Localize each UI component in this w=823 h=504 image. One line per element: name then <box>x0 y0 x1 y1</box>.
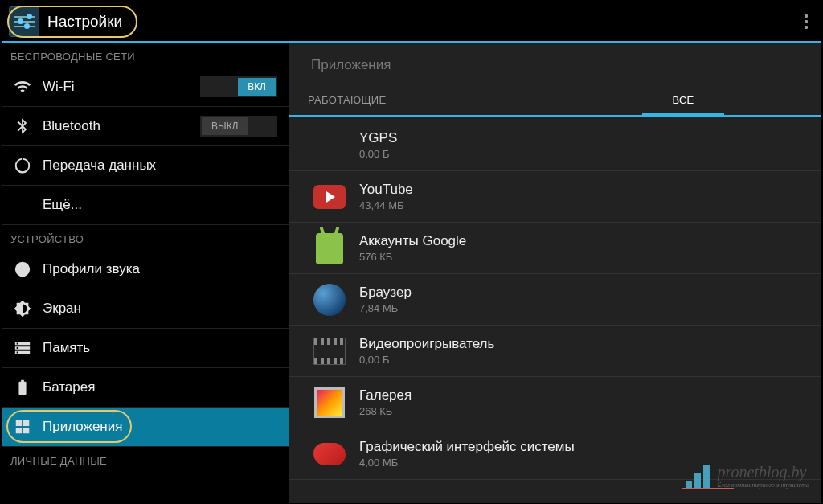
sidebar-item-more[interactable]: Ещё... <box>2 186 289 225</box>
sidebar-item-wifi[interactable]: Wi-FiВКЛ <box>2 68 289 107</box>
app-name: Аккаунты Google <box>359 233 466 249</box>
toggle-label: ВКЛ <box>238 78 276 96</box>
action-bar: Настройки <box>2 2 821 43</box>
settings-icon[interactable] <box>9 6 39 37</box>
tab-работающие[interactable]: РАБОТАЮЩИЕ <box>289 84 546 115</box>
sidebar-category: ЛИЧНЫЕ ДАННЫЕ <box>2 447 289 472</box>
main-title: Приложения <box>289 43 821 84</box>
sidebar-item-bluetooth[interactable]: BluetoothВЫКЛ <box>2 107 289 146</box>
sidebar-item-label: Профили звука <box>43 261 277 277</box>
sidebar-item-display[interactable]: Экран <box>2 289 289 329</box>
page-title: Настройки <box>47 13 122 31</box>
app-icon-yt <box>313 180 346 214</box>
bluetooth-icon <box>14 117 31 135</box>
main-panel: Приложения РАБОТАЮЩИЕВСЕ YGPS0,00 БYouTu… <box>289 43 821 503</box>
app-icon-google <box>313 232 346 265</box>
app-size: 576 КБ <box>359 251 466 263</box>
app-size: 0,00 Б <box>359 354 494 366</box>
app-icon-video <box>313 334 346 368</box>
sidebar-item-label: Bluetooth <box>43 118 200 134</box>
app-icon-ygps <box>313 129 346 162</box>
app-name: Галерея <box>359 387 412 404</box>
battery-icon <box>14 379 31 396</box>
app-item[interactable]: Видеопроигрыватель0,00 Б <box>289 326 821 377</box>
app-item[interactable]: YGPS0,00 Б <box>289 120 821 171</box>
app-name: YouTube <box>359 182 413 198</box>
sidebar-item-audio[interactable]: Профили звука <box>2 250 289 289</box>
app-name: Графический интерфейс системы <box>359 439 575 455</box>
sidebar-item-label: Батарея <box>43 379 277 395</box>
storage-icon <box>14 339 31 357</box>
sidebar-item-label: Передача данных <box>43 158 277 174</box>
app-item[interactable]: Аккаунты Google576 КБ <box>289 223 821 274</box>
app-item[interactable]: YouTube43,44 МБ <box>289 171 821 223</box>
toggle-label: ВЫКЛ <box>202 117 248 135</box>
app-item[interactable]: Браузер7,84 МБ <box>289 274 821 326</box>
app-icon-system <box>313 437 346 471</box>
wifi-toggle[interactable]: ВКЛ <box>200 76 277 97</box>
data-usage-icon <box>14 157 31 174</box>
tabs: РАБОТАЮЩИЕВСЕ <box>289 84 821 117</box>
wifi-icon <box>14 78 31 96</box>
app-name: Видеопроигрыватель <box>359 336 494 352</box>
sidebar-item-apps[interactable]: Приложения <box>2 408 289 447</box>
apps-icon <box>14 418 31 436</box>
app-size: 43,44 МБ <box>359 199 413 211</box>
sidebar-item-storage[interactable]: Память <box>2 329 289 368</box>
app-name: YGPS <box>359 130 397 146</box>
app-item[interactable]: Галерея268 КБ <box>289 377 821 428</box>
brightness-icon <box>14 300 31 318</box>
sound-icon <box>14 260 31 278</box>
sidebar-item-label: Память <box>43 340 277 356</box>
sidebar-item-label: Wi-Fi <box>43 79 200 95</box>
sidebar-category: БЕСПРОВОДНЫЕ СЕТИ <box>2 43 289 68</box>
sidebar-item-battery[interactable]: Батарея <box>2 368 289 408</box>
bluetooth-toggle[interactable]: ВЫКЛ <box>200 116 277 137</box>
sidebar-item-label: Приложения <box>43 419 277 435</box>
overflow-menu-button[interactable] <box>798 8 814 35</box>
sidebar-category: УСТРОЙСТВО <box>2 225 289 250</box>
app-item[interactable]: Графический интерфейс системы4,00 МБ <box>289 428 821 480</box>
sidebar: БЕСПРОВОДНЫЕ СЕТИWi-FiВКЛBluetoothВЫКЛПе… <box>2 43 289 503</box>
tab-все[interactable]: ВСЕ <box>546 84 821 115</box>
app-icon-browser <box>313 283 346 317</box>
blank-icon <box>14 196 31 214</box>
sidebar-item-label: Экран <box>43 301 277 317</box>
app-size: 268 КБ <box>359 405 412 417</box>
app-size: 4,00 МБ <box>359 457 575 469</box>
sidebar-item-label: Ещё... <box>43 197 277 213</box>
app-list: YGPS0,00 БYouTube43,44 МБАккаунты Google… <box>289 117 821 503</box>
app-size: 7,84 МБ <box>359 302 412 314</box>
sidebar-item-data[interactable]: Передача данных <box>2 146 289 186</box>
app-icon-gallery <box>313 386 346 420</box>
app-size: 0,00 Б <box>359 148 397 160</box>
app-name: Браузер <box>359 285 412 301</box>
